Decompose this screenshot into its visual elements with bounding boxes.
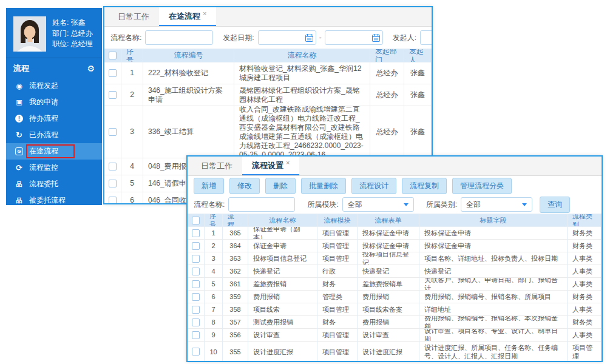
row-checkbox[interactable] xyxy=(192,306,200,314)
gear-icon[interactable]: ⚙ xyxy=(87,64,95,73)
tab-process-settings[interactable]: 流程设置 × xyxy=(242,157,299,175)
chevron-down-icon xyxy=(522,203,527,206)
toolbar-button-2[interactable]: 删除 xyxy=(265,178,296,194)
sidebar-item-in-progress-4[interactable]: G在途流程 xyxy=(6,143,102,160)
cell-no: 2 xyxy=(121,84,143,106)
profile-pos-value: 总经理 xyxy=(71,39,93,48)
row-checkbox[interactable] xyxy=(192,280,200,288)
row-checkbox[interactable] xyxy=(109,180,117,187)
select-all-checkbox[interactable] xyxy=(109,52,117,59)
row-checkbox[interactable] xyxy=(109,128,117,136)
toolbar-button-3[interactable]: 批量删除 xyxy=(301,178,346,194)
row-checkbox-cell xyxy=(188,265,205,278)
row-checkbox[interactable] xyxy=(192,242,200,250)
cell-title: 详细地址 xyxy=(419,303,568,316)
cell-code: 363 xyxy=(223,252,248,265)
cell-text: 财务类 xyxy=(572,241,596,250)
row-checkbox[interactable] xyxy=(192,318,200,326)
cell-text: 财务 xyxy=(322,318,352,326)
module-label: 所属模块: xyxy=(307,200,338,210)
toolbar-button-5[interactable]: 流程复制 xyxy=(402,178,447,194)
sitemap-icon: 品 xyxy=(15,196,24,205)
cell-form: 费用报销 xyxy=(358,316,419,329)
cell-form: 设计审查 xyxy=(358,329,419,342)
cell-name: 材料验收登记_材料采购_张鑫_华润12城房建工程项目 xyxy=(234,62,370,84)
cell-text: 详细地址 xyxy=(424,305,562,314)
tab-daily-work[interactable]: 日常工作 xyxy=(108,7,159,26)
column-header: 序号 xyxy=(121,49,143,62)
row-checkbox[interactable] xyxy=(192,331,200,339)
sidebar-item-sitemap-6[interactable]: 品流程委托 xyxy=(6,176,102,192)
cell-text: 财务类 xyxy=(572,318,596,326)
tab-label: 流程设置 xyxy=(252,160,283,171)
cell-text: 2 xyxy=(126,90,138,99)
date-from-input[interactable] xyxy=(258,30,316,45)
sidebar-item-document-1[interactable]: ▣我的申请 xyxy=(6,94,102,110)
row-checkbox[interactable] xyxy=(192,255,200,263)
module-select[interactable]: 全部 xyxy=(342,197,414,212)
cell-name: 投标项目信息登记 xyxy=(248,252,317,265)
row-checkbox[interactable] xyxy=(109,163,117,170)
cell-code: 356 xyxy=(223,329,248,342)
cell-no: 8 xyxy=(205,316,223,329)
process-settings-table: 序号流程...流程名称流程模块流程表单标题字段流程类别1365保证金申请（副本）… xyxy=(188,214,602,362)
row-checkbox[interactable] xyxy=(192,229,200,237)
cell-module: 项目管理 xyxy=(317,342,358,362)
process-name-input[interactable] xyxy=(228,197,295,212)
sidebar-item-monitor-5[interactable]: ⟳流程监控 xyxy=(6,160,102,176)
cell-name: 快递登记 xyxy=(248,265,317,278)
tab-in-transit-processes[interactable]: 在途流程 × xyxy=(159,7,216,26)
toolbar-button-1[interactable]: 修改 xyxy=(229,178,260,194)
sidebar-item-redo-3[interactable]: ↻已办流程 xyxy=(6,127,102,143)
row-checkbox-cell xyxy=(188,303,205,316)
cell-name: 费用报销 xyxy=(248,291,317,303)
sidebar-item-broadcast-0[interactable]: ◉流程发起 xyxy=(6,78,102,94)
select-all-checkbox[interactable] xyxy=(192,217,200,224)
process-name-input[interactable] xyxy=(145,30,213,45)
table-row: 1222_材料验收登记材料验收登记_材料采购_张鑫_华润12城房建工程项目总经办… xyxy=(104,62,432,84)
sidebar-item-exclamation-2[interactable]: !待办流程 xyxy=(6,110,102,127)
row-checkbox[interactable] xyxy=(192,293,200,301)
profile-position: 职位: 总经理 xyxy=(52,39,93,49)
search-button[interactable]: 查询 xyxy=(540,197,570,213)
tab-daily-work[interactable]: 日常工作 xyxy=(191,157,242,175)
cell-category: 项目管理 xyxy=(568,342,602,362)
cell-text: 336_竣工结算 xyxy=(148,127,229,136)
row-checkbox[interactable] xyxy=(192,348,200,356)
close-icon[interactable]: × xyxy=(286,159,290,166)
cell-text: 项目管理 xyxy=(322,241,352,250)
row-checkbox-cell xyxy=(188,342,205,362)
filter-bar: 流程名称: 所属模块: 全部 所属类别: 全部 查询 xyxy=(188,195,602,214)
cell-no: 3 xyxy=(205,252,223,265)
date-separator: - xyxy=(319,33,322,42)
table-row: 9356设计审查项目管理设计审查设计审查、项目名称、专业、设计人、制单日期人事类 xyxy=(188,329,602,342)
category-select[interactable]: 全部 xyxy=(461,197,532,212)
row-checkbox[interactable] xyxy=(109,91,117,99)
row-checkbox-cell xyxy=(188,278,205,291)
cell-text: 投标项目信息登记 xyxy=(253,254,312,263)
sidebar-item-sitemap-7[interactable]: 品被委托流程 xyxy=(6,192,102,209)
desktop-stage: 姓名: 张鑫 部门: 总经办 职位: 总经理 流程 ⚙ ◉流程发起▣我的申请!待… xyxy=(0,0,607,364)
toolbar-button-4[interactable]: 流程设计 xyxy=(351,178,396,194)
cell-form: 费用报销 xyxy=(358,291,419,303)
cell-form: 设计进度汇报 xyxy=(358,342,419,362)
cell-category: 人事类 xyxy=(568,278,602,291)
toolbar-button-0[interactable]: 新增 xyxy=(194,178,224,194)
row-checkbox[interactable] xyxy=(109,69,117,77)
row-checkbox[interactable] xyxy=(192,268,200,275)
column-header: 发起人 xyxy=(404,49,432,62)
date-to-input[interactable] xyxy=(325,30,383,45)
toolbar-button-6[interactable]: 管理流程分类 xyxy=(452,178,512,194)
process-name-label: 流程名称: xyxy=(110,33,141,43)
cell-code: 361 xyxy=(223,278,248,291)
cell-text: 6 xyxy=(209,292,217,301)
profile-name: 姓名: 张鑫 xyxy=(52,18,93,28)
initiator-input[interactable] xyxy=(420,30,433,45)
close-icon[interactable]: × xyxy=(203,10,206,17)
row-checkbox[interactable] xyxy=(109,197,117,204)
cell-no: 5 xyxy=(121,175,143,192)
in-progress-icon: G xyxy=(15,147,23,155)
exclamation-icon: ! xyxy=(15,115,23,123)
tab-label: 日常工作 xyxy=(201,161,232,172)
cell-module: 行政 xyxy=(317,265,358,278)
